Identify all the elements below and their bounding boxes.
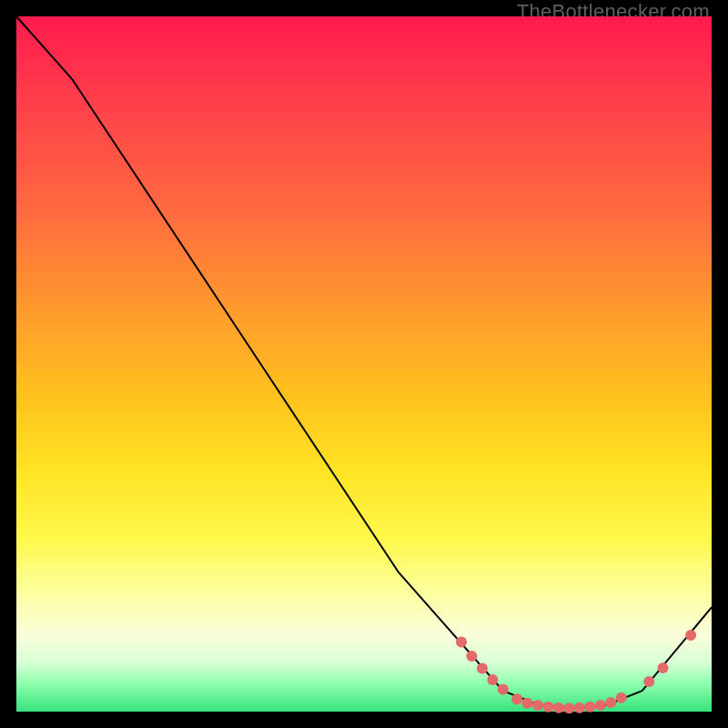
data-point bbox=[456, 637, 467, 648]
data-point bbox=[553, 703, 564, 713]
gradient-plot-area bbox=[16, 16, 712, 712]
chart-svg bbox=[16, 16, 712, 712]
data-point bbox=[522, 698, 533, 709]
data-point bbox=[643, 676, 654, 687]
data-point bbox=[584, 702, 595, 713]
curve-line bbox=[16, 16, 712, 708]
data-point bbox=[685, 630, 696, 641]
chart-frame: TheBottlenecker.com bbox=[0, 0, 728, 728]
data-point bbox=[466, 651, 477, 662]
data-point bbox=[616, 693, 627, 703]
data-point bbox=[574, 703, 585, 713]
data-point bbox=[511, 693, 522, 704]
data-point bbox=[595, 700, 606, 711]
data-point bbox=[532, 700, 543, 711]
data-point bbox=[658, 662, 669, 673]
data-point bbox=[498, 684, 509, 695]
data-point bbox=[487, 674, 498, 685]
data-point bbox=[563, 703, 574, 713]
data-point bbox=[605, 697, 616, 708]
data-point bbox=[543, 702, 554, 713]
data-point bbox=[477, 663, 488, 674]
